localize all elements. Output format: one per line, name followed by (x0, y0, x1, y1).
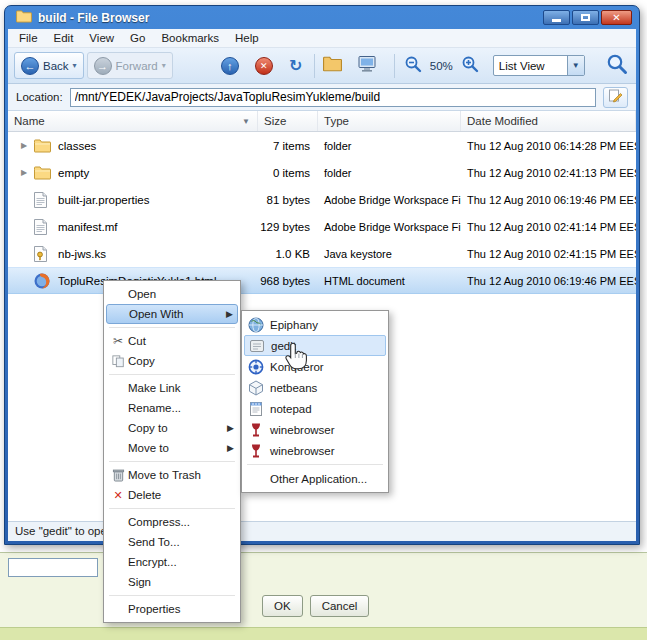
titlebar[interactable]: build - File Browser ✕ (8, 6, 636, 29)
file-size: 968 bytes (258, 275, 318, 287)
submenu-item-konqueror[interactable]: Konqueror (244, 356, 386, 377)
notepad-icon (247, 401, 264, 417)
table-row[interactable]: nb-jws.ks 1.0 KB Java keystore Thu 12 Au… (8, 240, 636, 267)
submenu-item-other-application[interactable]: Other Application... (244, 468, 386, 489)
expander-icon[interactable]: ▶ (14, 141, 34, 150)
context-menu-item-send-to[interactable]: Send To... (106, 532, 238, 552)
close-icon: ✕ (612, 12, 620, 23)
context-menu-item-properties[interactable]: Properties (106, 599, 238, 619)
context-menu-item-open[interactable]: Open (106, 284, 238, 304)
konqueror-icon (247, 359, 264, 375)
zoom-out-icon (404, 55, 422, 77)
table-row[interactable]: ▶ empty 0 items folder Thu 12 Aug 2010 0… (8, 159, 636, 186)
submenu-item-gedit[interactable]: gedit (244, 335, 386, 356)
up-button[interactable]: ↑ (217, 53, 243, 79)
context-menu-item-copy-to[interactable]: Copy to ▶ (106, 418, 238, 438)
view-mode-select[interactable]: List View ▼ (493, 55, 585, 76)
file-name: built-jar.properties (58, 194, 149, 206)
menu-label: winebrowser (270, 424, 335, 436)
menu-separator (109, 508, 235, 509)
column-header-type[interactable]: Type (318, 111, 461, 131)
context-menu-item-make-link[interactable]: Make Link (106, 378, 238, 398)
context-menu-item-copy[interactable]: Copy (106, 351, 238, 371)
forward-button[interactable]: → Forward ▾ (87, 52, 173, 79)
submenu-item-winebrowser-2[interactable]: winebrowser (244, 440, 386, 461)
wine-icon (247, 422, 264, 438)
forward-dropdown-icon: ▾ (162, 61, 166, 70)
context-menu-item-move-to-trash[interactable]: Move to Trash (106, 465, 238, 485)
ok-button[interactable]: OK (262, 595, 303, 617)
context-menu-item-encrypt[interactable]: Encrypt... (106, 552, 238, 572)
file-type: folder (318, 140, 461, 152)
file-modified: Thu 12 Aug 2010 06:14:28 PM EEST (461, 140, 636, 152)
zoom-in-button[interactable] (457, 53, 483, 79)
computer-button[interactable] (354, 53, 380, 79)
edit-location-icon (608, 88, 623, 107)
menu-help[interactable]: Help (227, 29, 267, 48)
menu-view[interactable]: View (81, 29, 122, 48)
background-input[interactable] (8, 558, 98, 577)
window-controls: ✕ (543, 10, 632, 25)
table-row[interactable]: built-jar.properties 81 bytes Adobe Brid… (8, 186, 636, 213)
stop-button[interactable]: ✕ (251, 53, 277, 79)
cancel-button[interactable]: Cancel (310, 595, 370, 617)
context-menu-item-sign[interactable]: Sign (106, 572, 238, 592)
menu-label: Send To... (128, 536, 234, 548)
menu-go[interactable]: Go (122, 29, 153, 48)
forward-label: Forward (116, 60, 158, 72)
maximize-icon (581, 14, 590, 21)
file-type: Java keystore (318, 248, 461, 260)
context-menu-item-move-to[interactable]: Move to ▶ (106, 438, 238, 458)
wine-icon (247, 443, 264, 459)
context-menu-item-rename[interactable]: Rename... (106, 398, 238, 418)
menu-separator (109, 327, 235, 328)
submenu-item-epiphany[interactable]: Epiphany (244, 314, 386, 335)
expander-icon[interactable]: ▶ (14, 168, 34, 177)
toolbar: ← Back ▾ → Forward ▾ ↑ ✕ ↻ (8, 48, 636, 84)
background-dialog: OK Cancel (0, 552, 647, 640)
location-input[interactable] (70, 88, 596, 107)
folder-icon (34, 166, 53, 180)
window-icon (16, 9, 32, 27)
context-menu-item-delete[interactable]: ✕ Delete (106, 485, 238, 505)
table-row[interactable]: manifest.mf 129 bytes Adobe Bridge Works… (8, 213, 636, 240)
home-button[interactable] (320, 53, 346, 79)
zoom-out-button[interactable] (400, 53, 426, 79)
file-name: empty (58, 167, 89, 179)
column-header-date[interactable]: Date Modified (461, 111, 636, 131)
file-size: 129 bytes (258, 221, 318, 233)
hand-cursor (283, 341, 309, 375)
file-size: 0 items (258, 167, 318, 179)
column-header-name[interactable]: Name ▼ (8, 111, 258, 131)
context-menu-item-cut[interactable]: ✂ Cut (106, 331, 238, 351)
maximize-button[interactable] (572, 10, 599, 25)
file-type: folder (318, 167, 461, 179)
menu-file[interactable]: File (11, 29, 46, 48)
table-row[interactable]: ▶ classes 7 items folder Thu 12 Aug 2010… (8, 132, 636, 159)
back-button[interactable]: ← Back ▾ (14, 52, 84, 79)
file-modified: Thu 12 Aug 2010 06:19:46 PM EEST (461, 275, 636, 287)
submenu-item-notepad[interactable]: notepad (244, 398, 386, 419)
context-menu-item-open-with[interactable]: Open With ▶ (106, 304, 238, 324)
menu-bookmarks[interactable]: Bookmarks (153, 29, 227, 48)
home-folder-icon (323, 56, 342, 76)
column-header-size[interactable]: Size (258, 111, 318, 131)
window-title: build - File Browser (38, 11, 543, 25)
menu-label: Copy (128, 355, 234, 367)
column-type-label: Type (324, 115, 349, 127)
close-button[interactable]: ✕ (601, 10, 632, 25)
edit-location-button[interactable] (603, 87, 628, 108)
submenu-item-winebrowser-1[interactable]: winebrowser (244, 419, 386, 440)
submenu-item-netbeans[interactable]: netbeans (244, 377, 386, 398)
zoom-level: 50% (430, 60, 453, 72)
firefox-html-icon (34, 273, 53, 289)
context-menu-item-compress[interactable]: Compress... (106, 512, 238, 532)
search-button[interactable] (604, 53, 630, 79)
dialog-bottom-strip (0, 627, 647, 640)
forward-icon: → (94, 57, 112, 75)
file-modified: Thu 12 Aug 2010 06:19:46 PM EEST (461, 194, 636, 206)
menu-edit[interactable]: Edit (46, 29, 82, 48)
file-name: classes (58, 140, 96, 152)
reload-button[interactable]: ↻ (283, 53, 309, 79)
minimize-button[interactable] (543, 10, 570, 25)
